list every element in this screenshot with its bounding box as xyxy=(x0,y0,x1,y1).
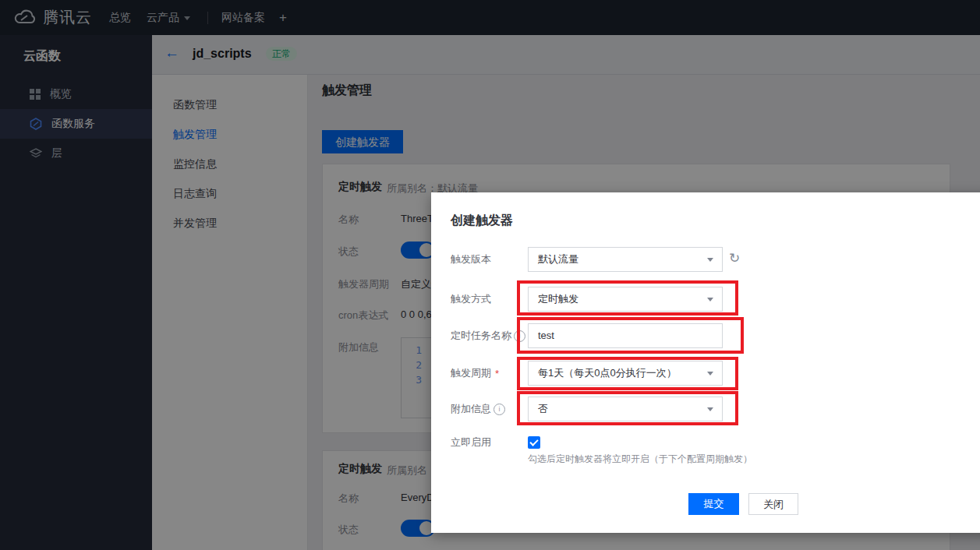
field-label-enable-now: 立即启用 xyxy=(451,430,491,455)
close-button[interactable]: 关闭 xyxy=(748,493,798,515)
field-label-trigger-method: 触发方式 xyxy=(451,287,491,312)
submit-button[interactable]: 提交 xyxy=(688,493,739,515)
annotation-box-trigger-cycle xyxy=(517,357,738,390)
field-row-enable-now: 立即启用 xyxy=(431,430,980,455)
label-text: 触发方式 xyxy=(451,292,491,306)
label-text: 触发周期 xyxy=(451,366,491,380)
modal-title: 创建触发器 xyxy=(451,213,513,229)
trigger-version-select[interactable]: 默认流量 xyxy=(528,247,723,272)
field-label-trigger-version: 触发版本 xyxy=(451,247,491,272)
label-text: 定时任务名称 xyxy=(451,329,511,343)
annotation-box-task-name xyxy=(517,317,744,354)
required-marker: * xyxy=(495,368,499,379)
label-text: 附加信息 xyxy=(451,402,491,416)
info-icon[interactable] xyxy=(494,404,505,415)
field-row-trigger-version: 触发版本 默认流量 xyxy=(431,247,980,272)
annotation-box-trigger-method xyxy=(517,280,738,316)
enable-now-hint: 勾选后定时触发器将立即开启（于下个配置周期触发） xyxy=(528,453,752,466)
refresh-icon[interactable] xyxy=(729,250,740,266)
label-text: 立即启用 xyxy=(451,435,491,450)
enable-now-checkbox-checked[interactable] xyxy=(528,436,540,449)
label-text: 触发版本 xyxy=(451,252,491,266)
field-label-trigger-cycle: 触发周期 * xyxy=(451,361,499,386)
annotation-box-extra-info xyxy=(517,391,738,425)
selected-value: 默认流量 xyxy=(538,248,578,271)
field-label-extra-info: 附加信息 xyxy=(451,397,505,421)
chevron-down-icon xyxy=(707,258,713,262)
page: 腾讯云 总览 云产品 网站备案 + 云函数 概览 函数服务 xyxy=(0,0,980,550)
